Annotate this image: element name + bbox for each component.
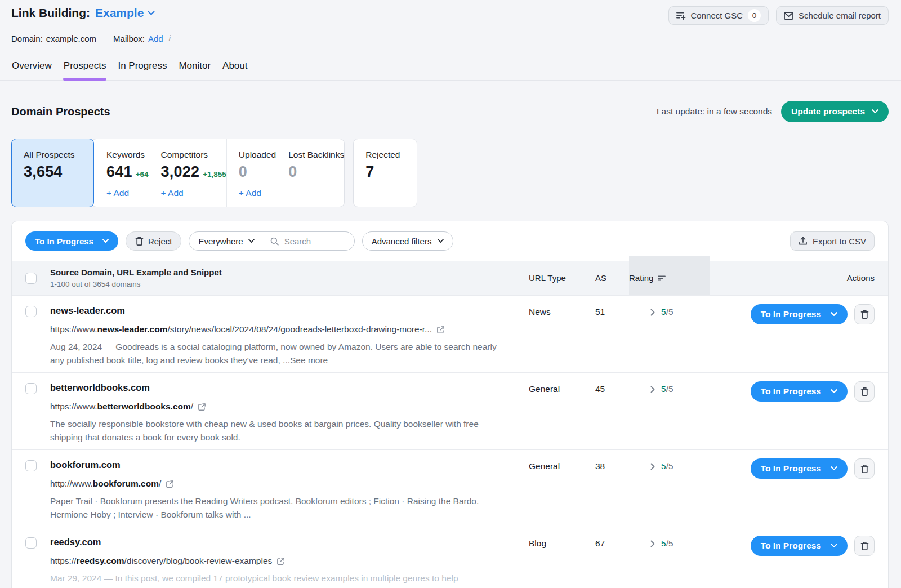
chevron-down-icon	[102, 239, 109, 243]
page-title: Link Building:	[11, 6, 90, 20]
add-link[interactable]: + Add	[106, 188, 149, 198]
table-row: news-leader.com https://www.news-leader.…	[12, 295, 888, 372]
info-icon[interactable]: i	[167, 33, 171, 43]
snippet: Aug 24, 2024 — Goodreads is a social cat…	[50, 340, 511, 367]
chevron-down-icon	[438, 239, 444, 243]
url-example[interactable]: https://reedsy.com/discovery/blog/book-r…	[50, 556, 529, 566]
to-in-progress-row-button[interactable]: To In Progress	[751, 381, 848, 402]
delete-row-button[interactable]	[854, 304, 875, 324]
card-all-prospects[interactable]: All Prospects 3,654	[11, 139, 94, 207]
update-prospects-label: Update prospects	[791, 106, 865, 117]
chevron-down-icon	[148, 11, 155, 16]
column-url-type: URL Type	[529, 273, 595, 283]
table-body: news-leader.com https://www.news-leader.…	[12, 295, 888, 588]
external-link-icon[interactable]	[436, 326, 445, 334]
update-prospects-button[interactable]: Update prospects	[781, 101, 889, 122]
tab-in-progress[interactable]: In Progress	[117, 58, 167, 80]
to-in-progress-row-button[interactable]: To In Progress	[751, 458, 848, 479]
delete-row-button[interactable]	[854, 458, 875, 479]
column-as: AS	[595, 273, 629, 283]
rating-cell[interactable]: 5/5	[629, 307, 710, 317]
last-update-text: Last update: in a few seconds	[657, 106, 772, 117]
snippet: Mar 29, 2024 — In this post, we compiled…	[50, 572, 511, 585]
tab-about[interactable]: About	[222, 58, 248, 80]
tab-overview[interactable]: Overview	[11, 58, 52, 80]
connect-gsc-button[interactable]: Connect GSC 0	[668, 6, 769, 25]
external-link-icon[interactable]	[198, 403, 206, 411]
add-link[interactable]: + Add	[161, 188, 226, 198]
url-example[interactable]: https://www.betterworldbooks.com/	[50, 402, 529, 412]
chevron-down-icon	[831, 389, 837, 394]
select-all-checkbox[interactable]	[25, 273, 37, 284]
search-input[interactable]	[283, 236, 346, 247]
search-scope-select[interactable]: Everywhere	[189, 232, 261, 250]
sort-icon	[658, 275, 666, 281]
search-group: Everywhere	[189, 231, 354, 251]
delete-row-button[interactable]	[854, 381, 875, 402]
to-in-progress-row-button[interactable]: To In Progress	[751, 536, 848, 556]
reject-button[interactable]: Reject	[126, 231, 182, 251]
as-value: 67	[595, 538, 629, 549]
row-checkbox[interactable]	[25, 306, 37, 317]
column-rating-sort[interactable]: Rating	[629, 256, 710, 295]
url-type-value: Blog	[529, 538, 595, 549]
source-domain: betterworldbooks.com	[50, 382, 529, 393]
row-checkbox[interactable]	[25, 460, 37, 471]
prospect-cards: All Prospects 3,654 Keywords 641 +64 + A…	[11, 139, 889, 207]
url-type-value: General	[529, 461, 595, 471]
mailbox-label: Mailbox:	[113, 34, 145, 43]
source-domain: news-leader.com	[50, 305, 529, 316]
project-selector[interactable]: Example	[95, 6, 155, 20]
external-link-icon[interactable]	[166, 480, 174, 488]
card-keywords[interactable]: Keywords 641 +64 + Add	[95, 139, 149, 207]
card-uploaded[interactable]: Uploaded 0 + Add	[226, 139, 276, 207]
card-rejected[interactable]: Rejected 7	[353, 139, 417, 207]
chevron-right-icon[interactable]	[650, 463, 655, 470]
table-row: betterworldbooks.com https://www.betterw…	[12, 372, 888, 449]
card-competitors[interactable]: Competitors 3,022 +1,855 + Add	[149, 139, 226, 207]
column-source-domain: Source Domain, URL Example and Snippet	[50, 268, 529, 277]
chevron-down-icon	[872, 109, 878, 114]
email-icon	[784, 12, 793, 20]
to-in-progress-bulk-button[interactable]: To In Progress	[25, 231, 118, 251]
rating-cell[interactable]: 5/5	[629, 538, 710, 549]
table-row: bookforum.com http://www.bookforum.com/ …	[12, 449, 888, 527]
row-checkbox[interactable]	[25, 383, 37, 394]
trash-icon	[860, 310, 869, 319]
export-icon	[799, 237, 808, 246]
rating-cell[interactable]: 5/5	[629, 461, 710, 471]
chevron-down-icon	[248, 239, 255, 243]
export-to-csv-button[interactable]: Export to CSV	[790, 231, 875, 251]
to-in-progress-row-button[interactable]: To In Progress	[751, 304, 848, 324]
external-link-icon[interactable]	[276, 557, 285, 565]
snippet: Paper Trail · Bookforum presents the Rea…	[50, 495, 511, 521]
schedule-email-report-button[interactable]: Schedule email report	[776, 6, 889, 25]
connect-gsc-icon	[676, 11, 686, 20]
advanced-filters-button[interactable]: Advanced filters	[362, 231, 454, 251]
section-head: Domain Prospects Last update: in a few s…	[11, 96, 889, 127]
url-example[interactable]: https://www.news-leader.com/story/news/l…	[50, 324, 529, 335]
link-building-page: Link Building: Example Connect GSC 0	[0, 0, 901, 588]
as-value: 51	[595, 307, 629, 317]
tab-monitor[interactable]: Monitor	[178, 58, 211, 80]
search-icon	[270, 237, 279, 246]
chevron-down-icon	[831, 466, 837, 471]
chevron-right-icon[interactable]	[650, 386, 655, 393]
card-lost-backlinks[interactable]: Lost Backlinks 0	[276, 139, 344, 207]
delete-row-button[interactable]	[854, 536, 875, 556]
chevron-right-icon[interactable]	[650, 309, 655, 316]
url-type-value: General	[529, 384, 595, 394]
table-header: Source Domain, URL Example and Snippet 1…	[12, 261, 888, 295]
as-value: 45	[595, 384, 629, 394]
chevron-right-icon[interactable]	[650, 540, 655, 547]
chevron-down-icon	[831, 312, 837, 317]
rating-cell[interactable]: 5/5	[629, 384, 710, 394]
tab-prospects[interactable]: Prospects	[63, 58, 107, 80]
row-checkbox[interactable]	[25, 537, 37, 549]
column-actions: Actions	[710, 273, 875, 283]
mailbox-add-link[interactable]: Add	[148, 34, 163, 43]
url-example[interactable]: http://www.bookforum.com/	[50, 479, 529, 489]
card-group: Keywords 641 +64 + Add Competitors 3,022…	[91, 139, 345, 207]
page-header: Link Building: Example Connect GSC 0	[11, 0, 889, 25]
add-link[interactable]: + Add	[239, 188, 276, 198]
